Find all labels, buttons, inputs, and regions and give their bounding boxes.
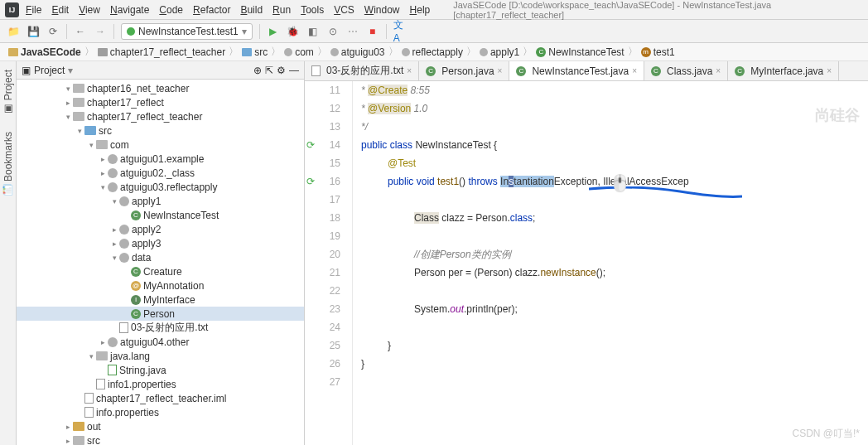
tree-item[interactable]: ▸atguigu01.example [17,152,304,166]
cursor-pointer-icon: 🖱️ [610,174,630,192]
sync-icon[interactable]: ⟳ [46,25,60,38]
watermark: 尚硅谷 [815,106,860,124]
run-gutter-icon[interactable]: ⟳ [306,172,315,191]
tree-item[interactable]: ▸atguigu04.other [17,335,304,349]
window-title: JavaSECode [D:\code\workspace_teach\Java… [453,0,863,20]
tree-item[interactable]: String.java [17,363,304,377]
bc-pkg[interactable]: reflectapply [402,46,463,58]
tree-item[interactable]: ▾data [17,250,304,264]
tree-item[interactable]: MyAnnotation [17,278,304,293]
bc-module[interactable]: chapter17_reflect_teacher [98,46,225,58]
close-icon[interactable]: × [632,66,637,75]
menu-view[interactable]: View [74,2,105,17]
side-tool-strip: ▣ Project 📑 Bookmarks [0,61,17,445]
bc-pkg[interactable]: atguigu03 [330,46,385,58]
menu-help[interactable]: Help [405,2,436,17]
close-icon[interactable]: × [407,66,412,75]
tree-item[interactable]: ▾chapter16_net_teacher [17,81,304,95]
debug-icon[interactable]: 🐞 [287,25,300,38]
stop-icon[interactable]: ■ [366,25,379,38]
menu-run[interactable]: Run [268,2,296,17]
profile-icon[interactable]: ⊙ [326,25,340,38]
app-logo: IJ [5,2,19,17]
coverage-icon[interactable]: ◧ [306,25,320,38]
translate-icon[interactable]: 文A [393,25,407,38]
hide-icon[interactable]: — [289,65,299,76]
run-icon[interactable]: ▶ [267,25,280,38]
close-icon[interactable]: × [498,66,503,75]
tree-item[interactable]: ▸apply3 [17,236,304,250]
tree-item[interactable]: Person [17,307,304,321]
tree-item[interactable]: ▾com [17,138,304,152]
expand-icon[interactable]: ⇱ [265,65,273,76]
close-icon[interactable]: × [827,66,832,75]
menu-navigate[interactable]: Navigate [105,2,154,17]
collapse-icon[interactable]: ⚙ [277,65,286,76]
project-panel-header: ▣Project▾ ⊕ ⇱ ⚙ — [17,61,304,80]
editor: 03-反射的应用.txt×Person.java×NewInstanceTest… [305,61,868,445]
forward-icon[interactable]: → [94,25,107,38]
watermark-csdn: CSDN @叮当!* [792,427,860,441]
tree-item[interactable]: ▾atguigu03.reflectapply [17,180,304,194]
tree-item[interactable]: ▸chapter17_reflect [17,95,304,109]
bc-pkg[interactable]: apply1 [480,46,519,58]
editor-tab[interactable]: NewInstanceTest.java× [509,61,644,80]
menu-tools[interactable]: Tools [296,2,329,17]
editor-tab[interactable]: MyInterface.java× [728,61,839,80]
menu-code[interactable]: Code [154,2,188,17]
menu-edit[interactable]: Edit [46,2,74,17]
editor-tab[interactable]: 03-反射的应用.txt× [305,61,419,80]
close-icon[interactable]: × [716,66,721,75]
menu-vcs[interactable]: VCS [329,2,359,17]
tree-item[interactable]: info1.properties [17,377,304,391]
tree-item[interactable]: ▾chapter17_reflect_teacher [17,109,304,123]
project-panel: ▣Project▾ ⊕ ⇱ ⚙ — ▾chapter16_net_teacher… [17,61,305,445]
bc-project[interactable]: JavaSECode [8,46,81,58]
bc-method[interactable]: mtest1 [641,46,675,58]
gutter[interactable]: 11121314⟳1516⟳1718192021222324252627 [305,81,353,445]
bc-pkg[interactable]: com [284,46,314,58]
editor-tab[interactable]: Class.java× [644,61,728,80]
open-icon[interactable]: 📁 [7,25,20,38]
breadcrumb: JavaSECode 〉 chapter17_reflect_teacher 〉… [0,43,868,61]
tree-item[interactable]: NewInstanceTest [17,208,304,222]
menu-build[interactable]: Build [235,2,268,17]
tree-item[interactable]: Creature [17,264,304,278]
tree-item[interactable]: ▾java.lang [17,349,304,363]
menu-file[interactable]: File [21,2,46,17]
select-opened-icon[interactable]: ⊕ [253,65,262,76]
project-tool-button[interactable]: ▣ Project [2,70,14,115]
tree-item[interactable]: ▸out [17,419,304,433]
tree-item[interactable]: ▸apply2 [17,222,304,236]
run-gutter-icon[interactable]: ⟳ [306,136,315,154]
run-config-selector[interactable]: NewInstanceTest.test1 ▾ [121,23,253,40]
editor-tab[interactable]: Person.java× [419,61,509,80]
bc-src[interactable]: src [242,46,268,58]
bc-class[interactable]: CNewInstanceTest [536,46,624,58]
tree-item[interactable]: MyInterface [17,293,304,307]
menu-bar: IJ FileEditViewNavigateCodeRefactorBuild… [0,0,868,20]
tree-item[interactable]: ▸src [17,433,304,445]
back-icon[interactable]: ← [74,25,87,38]
project-tree[interactable]: ▾chapter16_net_teacher▸chapter17_reflect… [17,80,304,445]
code-area[interactable]: 11121314⟳1516⟳1718192021222324252627 尚硅谷… [305,81,868,445]
bookmarks-tool-button[interactable]: 📑 Bookmarks [2,132,14,196]
toolbar: 📁 💾 ⟳ ← → NewInstanceTest.test1 ▾ ▶ 🐞 ◧ … [0,20,868,43]
tree-item[interactable]: ▾apply1 [17,194,304,208]
tree-item[interactable]: 03-反射的应用.txt [17,321,304,335]
menu-refactor[interactable]: Refactor [188,2,235,17]
editor-tabs: 03-反射的应用.txt×Person.java×NewInstanceTest… [305,61,868,81]
tree-item[interactable]: ▾src [17,123,304,138]
menu-window[interactable]: Window [359,2,405,17]
save-icon[interactable]: 💾 [27,25,40,38]
tree-item[interactable]: info.properties [17,405,304,419]
attach-icon[interactable]: ⋯ [346,25,359,38]
tree-item[interactable]: chapter17_reflect_teacher.iml [17,391,304,405]
tree-item[interactable]: ▸atguigu02._class [17,166,304,180]
